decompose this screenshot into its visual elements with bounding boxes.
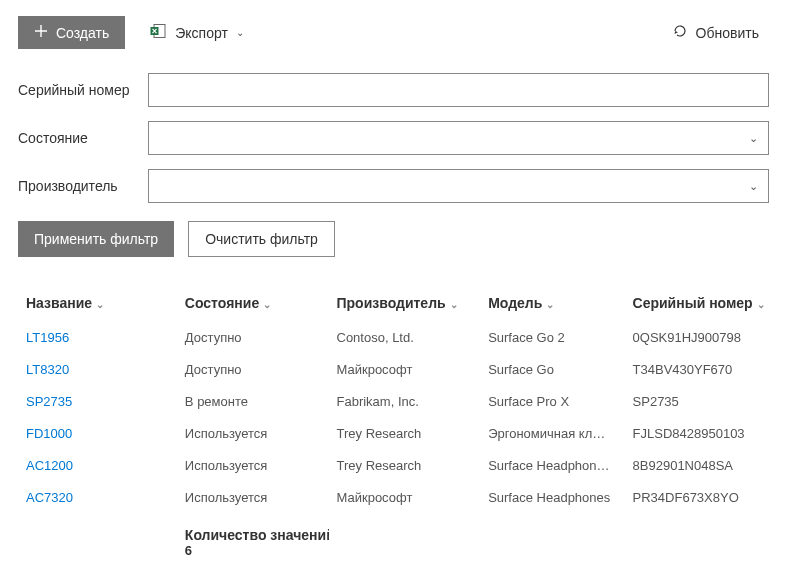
- status-filter-select[interactable]: ⌄: [148, 121, 769, 155]
- chevron-down-icon: ⌄: [236, 27, 244, 38]
- chevron-down-icon: ⌄: [546, 299, 554, 310]
- count-label: Количество значений: [185, 527, 321, 543]
- serial-filter-input[interactable]: [148, 73, 769, 107]
- cell-serial: 0QSK91HJ900798: [625, 321, 769, 353]
- refresh-icon: [672, 23, 688, 42]
- refresh-button-label: Обновить: [696, 25, 759, 41]
- col-header-model[interactable]: Модель⌄: [480, 285, 624, 321]
- cell-serial: SP2735: [625, 385, 769, 417]
- cell-model: Surface Headphon…: [480, 449, 624, 481]
- cell-status: Используется: [177, 417, 329, 449]
- filter-actions: Применить фильтр Очистить фильтр: [18, 221, 769, 257]
- manufacturer-filter-label: Производитель: [18, 178, 138, 194]
- cell-manufacturer: Fabrikam, Inc.: [329, 385, 481, 417]
- cell-model: Surface Go: [480, 353, 624, 385]
- chevron-down-icon: ⌄: [749, 180, 758, 193]
- cell-manufacturer: Майкрософт: [329, 353, 481, 385]
- cell-status: В ремонте: [177, 385, 329, 417]
- serial-filter-label: Серийный номер: [18, 82, 138, 98]
- cell-name[interactable]: AC1200: [18, 449, 177, 481]
- excel-icon: [149, 22, 167, 43]
- export-button[interactable]: Экспорт ⌄: [139, 14, 254, 51]
- table-row: AC7320ИспользуетсяМайкрософтSurface Head…: [18, 481, 769, 513]
- toolbar: Создать Экспорт ⌄ Обновить: [18, 14, 769, 51]
- cell-name[interactable]: LT8320: [18, 353, 177, 385]
- cell-serial: 8B92901N048SA: [625, 449, 769, 481]
- clear-filter-button[interactable]: Очистить фильтр: [188, 221, 335, 257]
- manufacturer-filter-select[interactable]: ⌄: [148, 169, 769, 203]
- cell-model: Surface Go 2: [480, 321, 624, 353]
- cell-manufacturer: Майкрософт: [329, 481, 481, 513]
- col-header-status[interactable]: Состояние⌄: [177, 285, 329, 321]
- cell-name[interactable]: LT1956: [18, 321, 177, 353]
- chevron-down-icon: ⌄: [263, 299, 271, 310]
- chevron-down-icon: ⌄: [757, 299, 765, 310]
- count-value: 6: [185, 543, 321, 558]
- cell-status: Доступно: [177, 321, 329, 353]
- filter-panel: Серийный номер Состояние ⌄ Производитель…: [18, 73, 769, 203]
- table-row: LT8320ДоступноМайкрософтSurface GoT34BV4…: [18, 353, 769, 385]
- cell-serial: PR34DF673X8YO: [625, 481, 769, 513]
- cell-name[interactable]: FD1000: [18, 417, 177, 449]
- cell-manufacturer: Trey Research: [329, 417, 481, 449]
- cell-model: Surface Headphones: [480, 481, 624, 513]
- cell-status: Доступно: [177, 353, 329, 385]
- cell-serial: FJLSD8428950103: [625, 417, 769, 449]
- plus-icon: [34, 24, 48, 41]
- chevron-down-icon: ⌄: [96, 299, 104, 310]
- create-button-label: Создать: [56, 25, 109, 41]
- cell-manufacturer: Trey Research: [329, 449, 481, 481]
- status-filter-label: Состояние: [18, 130, 138, 146]
- create-button[interactable]: Создать: [18, 16, 125, 49]
- cell-name[interactable]: SP2735: [18, 385, 177, 417]
- chevron-down-icon: ⌄: [450, 299, 458, 310]
- cell-status: Используется: [177, 449, 329, 481]
- table-row: FD1000ИспользуетсяTrey ResearchЭргономич…: [18, 417, 769, 449]
- table-row: LT1956ДоступноContoso, Ltd.Surface Go 20…: [18, 321, 769, 353]
- col-header-serial[interactable]: Серийный номер⌄: [625, 285, 769, 321]
- cell-model: Surface Pro X: [480, 385, 624, 417]
- cell-model: Эргономичная кл…: [480, 417, 624, 449]
- results-table: Название⌄ Состояние⌄ Производитель⌄ Моде…: [18, 285, 769, 566]
- col-header-name[interactable]: Название⌄: [18, 285, 177, 321]
- cell-manufacturer: Contoso, Ltd.: [329, 321, 481, 353]
- count-row: Количество значений 6: [18, 513, 769, 566]
- export-button-label: Экспорт: [175, 25, 228, 41]
- table-row: AC1200ИспользуетсяTrey ResearchSurface H…: [18, 449, 769, 481]
- col-header-manufacturer[interactable]: Производитель⌄: [329, 285, 481, 321]
- apply-filter-button[interactable]: Применить фильтр: [18, 221, 174, 257]
- chevron-down-icon: ⌄: [749, 132, 758, 145]
- cell-name[interactable]: AC7320: [18, 481, 177, 513]
- table-row: SP2735В ремонтеFabrikam, Inc.Surface Pro…: [18, 385, 769, 417]
- refresh-button[interactable]: Обновить: [662, 15, 769, 50]
- cell-status: Используется: [177, 481, 329, 513]
- cell-serial: T34BV430YF670: [625, 353, 769, 385]
